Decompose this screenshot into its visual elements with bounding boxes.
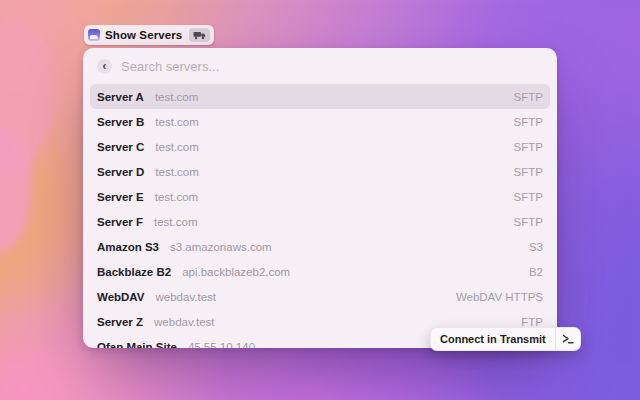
server-protocol: SFTP bbox=[514, 191, 543, 203]
server-host: test.com bbox=[155, 116, 198, 128]
terminal-prompt-icon bbox=[555, 328, 580, 350]
server-host: 45.55.10.140 bbox=[188, 341, 255, 349]
show-servers-button[interactable]: Show Servers bbox=[84, 25, 214, 45]
server-row[interactable]: Amazon S3 s3.amazonaws.com S3 bbox=[83, 234, 557, 259]
server-protocol: SFTP bbox=[514, 91, 543, 103]
server-name: Amazon S3 bbox=[97, 241, 159, 253]
server-host: test.com bbox=[155, 141, 198, 153]
server-name: Server F bbox=[97, 216, 143, 228]
server-name: Server Z bbox=[97, 316, 143, 328]
server-name: WebDAV bbox=[97, 291, 145, 303]
server-row[interactable]: Server D test.com SFTP bbox=[83, 159, 557, 184]
server-host: test.com bbox=[155, 191, 198, 203]
server-protocol: B2 bbox=[529, 266, 543, 278]
search-header: ‹ bbox=[83, 48, 557, 84]
server-host: test.com bbox=[155, 166, 198, 178]
server-host: test.com bbox=[155, 91, 198, 103]
server-name: Server C bbox=[97, 141, 144, 153]
server-row[interactable]: Server B test.com SFTP bbox=[83, 109, 557, 134]
server-host: s3.amazonaws.com bbox=[170, 241, 272, 253]
server-host: api.backblazeb2.com bbox=[182, 266, 290, 278]
server-row[interactable]: Server C test.com SFTP bbox=[83, 134, 557, 159]
server-host: test.com bbox=[154, 216, 197, 228]
server-protocol: SFTP bbox=[514, 116, 543, 128]
server-host: webdav.test bbox=[154, 316, 215, 328]
server-protocol: FTP bbox=[521, 316, 543, 328]
server-row[interactable]: Server A test.com SFTP bbox=[90, 84, 550, 109]
server-name: Backblaze B2 bbox=[97, 266, 171, 278]
truck-icon bbox=[189, 28, 210, 42]
server-search-panel: ‹ Server A test.com SFTP Server B test.c… bbox=[83, 48, 557, 348]
back-button[interactable]: ‹ bbox=[97, 59, 112, 74]
server-row[interactable]: Server F test.com SFTP bbox=[83, 209, 557, 234]
connect-action-label: Connect in Transmit bbox=[431, 333, 555, 345]
show-servers-label: Show Servers bbox=[105, 29, 182, 41]
transmit-app-icon bbox=[88, 29, 100, 41]
server-protocol: SFTP bbox=[514, 141, 543, 153]
server-row[interactable]: Server E test.com SFTP bbox=[83, 184, 557, 209]
connect-action-popover[interactable]: Connect in Transmit bbox=[430, 327, 581, 351]
server-name: Server D bbox=[97, 166, 144, 178]
server-protocol: SFTP bbox=[514, 166, 543, 178]
server-name: Server A bbox=[97, 91, 144, 103]
search-input[interactable] bbox=[121, 59, 543, 74]
server-row[interactable]: WebDAV webdav.test WebDAV HTTPS bbox=[83, 284, 557, 309]
server-list: Server A test.com SFTP Server B test.com… bbox=[83, 84, 557, 348]
server-protocol: WebDAV HTTPS bbox=[456, 291, 543, 303]
server-name: Server B bbox=[97, 116, 144, 128]
server-name: Ofan Main Site bbox=[97, 341, 177, 349]
server-protocol: S3 bbox=[529, 241, 543, 253]
server-protocol: SFTP bbox=[514, 216, 543, 228]
server-name: Server E bbox=[97, 191, 144, 203]
chevron-left-icon: ‹ bbox=[102, 59, 106, 72]
server-host: webdav.test bbox=[156, 291, 217, 303]
server-row[interactable]: Backblaze B2 api.backblazeb2.com B2 bbox=[83, 259, 557, 284]
